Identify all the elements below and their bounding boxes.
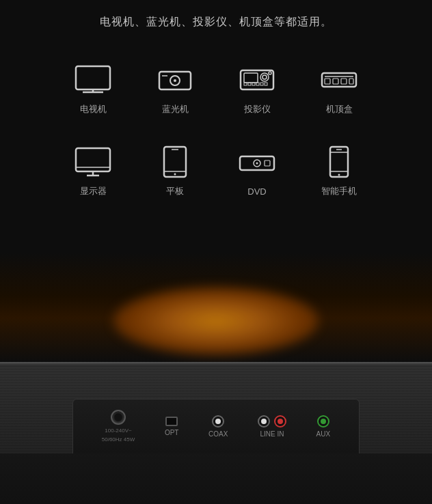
projector-label: 投影仪 — [244, 103, 271, 115]
speaker-section: 100-240V~ 50/60Hz 45W OPT COAX — [0, 362, 432, 504]
power-port — [111, 410, 126, 425]
aux-port-inner — [321, 419, 326, 424]
tablet-icon — [155, 145, 195, 178]
icon-item-dvd: DVD — [216, 130, 298, 212]
svg-rect-24 — [349, 79, 353, 84]
power-label: 100-240V~ 50/60Hz 45W — [102, 428, 135, 443]
power-text-1: 100-240V~ — [105, 428, 131, 434]
coax-port — [212, 415, 224, 428]
port-group-opt: OPT — [165, 417, 179, 436]
svg-point-31 — [174, 173, 176, 176]
linein-ports — [258, 415, 286, 428]
settopbox-label: 机顶盒 — [326, 103, 353, 115]
linein-white-inner — [261, 419, 267, 424]
svg-rect-23 — [341, 79, 347, 84]
port-group-power: 100-240V~ 50/60Hz 45W — [102, 410, 135, 443]
linein-label: LINE IN — [260, 430, 284, 438]
svg-point-16 — [262, 75, 267, 79]
smartphone-icon — [319, 145, 359, 178]
linein-port-white — [258, 415, 270, 428]
opt-label: OPT — [165, 429, 179, 436]
tablet-label: 平板 — [166, 185, 184, 197]
headline: 电视机、蓝光机、投影仪、机顶盒等都适用。 — [100, 15, 332, 29]
port-panel: 100-240V~ 50/60Hz 45W OPT COAX — [72, 399, 360, 453]
tv-label: 电视机 — [80, 103, 107, 115]
svg-point-40 — [338, 174, 340, 176]
svg-rect-37 — [330, 147, 348, 177]
icon-item-monitor: 显示器 — [52, 130, 134, 212]
svg-rect-8 — [244, 73, 258, 83]
svg-rect-18 — [322, 73, 356, 87]
icon-item-smartphone: 智能手机 — [298, 130, 380, 212]
svg-rect-36 — [265, 160, 270, 166]
svg-rect-13 — [260, 83, 263, 85]
linein-red-inner — [278, 419, 283, 424]
svg-rect-0 — [76, 66, 110, 89]
svg-rect-21 — [325, 79, 330, 84]
top-section: 电视机、蓝光机、投影仪、机顶盒等都适用。 电视机 蓝光机 — [0, 0, 432, 253]
bluray-label: 蓝光机 — [162, 103, 189, 115]
page-container: 电视机、蓝光机、投影仪、机顶盒等都适用。 电视机 蓝光机 — [0, 0, 432, 504]
svg-rect-22 — [333, 79, 338, 84]
dvd-label: DVD — [247, 186, 266, 197]
svg-point-17 — [269, 72, 271, 74]
speaker-body: 100-240V~ 50/60Hz 45W OPT COAX — [0, 365, 432, 453]
aux-label: AUX — [316, 430, 331, 438]
dvd-icon — [237, 147, 277, 180]
settopbox-icon — [319, 64, 359, 96]
svg-rect-14 — [265, 83, 267, 85]
power-text-2: 50/60Hz 45W — [102, 436, 135, 443]
coax-label: COAX — [208, 430, 228, 438]
monitor-label: 显示器 — [80, 185, 107, 197]
icon-item-bluray: 蓝光机 — [134, 48, 216, 130]
projector-icon — [237, 64, 277, 96]
svg-rect-29 — [164, 147, 186, 177]
glow-section — [0, 253, 432, 362]
aux-port — [317, 415, 329, 428]
smartphone-label: 智能手机 — [321, 185, 357, 197]
port-group-coax: COAX — [208, 415, 228, 438]
icon-item-settopbox: 机顶盒 — [298, 48, 380, 130]
icon-item-tablet: 平板 — [134, 130, 216, 212]
svg-rect-25 — [76, 148, 110, 171]
coax-port-inner — [215, 419, 221, 424]
opt-port — [165, 417, 178, 426]
icon-item-tv: 电视机 — [52, 48, 134, 130]
monitor-icon — [73, 145, 113, 178]
port-group-linein: LINE IN — [258, 415, 286, 438]
tv-icon — [73, 64, 113, 96]
svg-point-5 — [174, 79, 176, 82]
glow-orb — [113, 287, 319, 355]
icon-item-projector: 投影仪 — [216, 48, 298, 130]
svg-rect-15 — [260, 73, 269, 81]
svg-point-35 — [256, 162, 258, 164]
linein-port-red — [274, 415, 286, 428]
bluray-icon — [155, 64, 195, 96]
port-group-aux: AUX — [316, 415, 331, 438]
icons-grid: 电视机 蓝光机 — [52, 48, 380, 212]
